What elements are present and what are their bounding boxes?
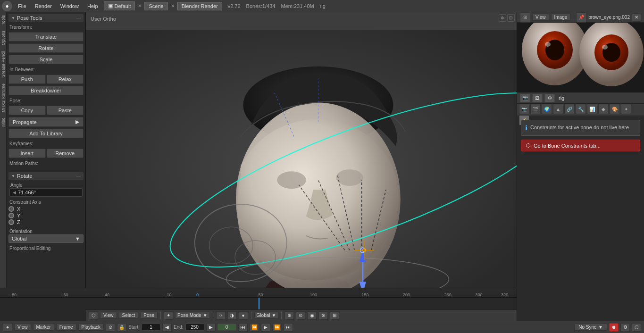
timeline-expand-btn[interactable]: ⬡ bbox=[632, 323, 641, 332]
right-panel: ⊞ View Image 📌 brown_eye.png.002 ✕ 📷 🖼 ⚙… bbox=[517, 12, 644, 321]
copy-button[interactable]: Copy bbox=[8, 106, 46, 115]
add-to-library-button[interactable]: Add To Library bbox=[8, 129, 84, 138]
translate-button[interactable]: Translate bbox=[8, 32, 84, 42]
go-to-bone-constraints-btn[interactable]: ⬡ Go to Bone Constraints tab... bbox=[521, 140, 640, 151]
prop-icon-particles[interactable]: ✦ bbox=[621, 104, 631, 114]
prop-camera-icon[interactable]: 📷 bbox=[520, 94, 530, 102]
play-btn[interactable]: ▶ bbox=[261, 323, 270, 332]
rotate-header[interactable]: ▼ Rotate — bbox=[8, 172, 84, 180]
ruler-mark-10: 300 bbox=[475, 292, 482, 297]
tab-mhx2-runtime[interactable]: MHX2 Runtime bbox=[0, 81, 6, 115]
angle-field[interactable]: ◀ 71.466° bbox=[9, 188, 83, 197]
remove-button[interactable]: Remove bbox=[47, 149, 84, 158]
image-view-btn[interactable]: View bbox=[532, 14, 549, 21]
prop-icon-material[interactable]: ◆ bbox=[598, 104, 609, 114]
prop-icon-render[interactable]: 📷 bbox=[519, 104, 529, 114]
transform-label: Transform: bbox=[8, 24, 84, 30]
prop-icon-data[interactable]: 📊 bbox=[587, 104, 597, 114]
breakdowner-button[interactable]: Breakdowner bbox=[8, 86, 84, 95]
tab-grease-pencil[interactable]: Grease Pencil bbox=[0, 48, 6, 81]
pose-mode-dropdown[interactable]: Pose Mode ▼ bbox=[175, 312, 210, 319]
paste-button[interactable]: Paste bbox=[47, 106, 84, 115]
image-pin-icon[interactable]: 📌 bbox=[576, 12, 586, 23]
prop-settings-icon[interactable]: ⚙ bbox=[544, 94, 555, 102]
scene-add[interactable]: ✕ bbox=[171, 3, 175, 8]
viewport-mode-icon[interactable]: ⬡ bbox=[89, 311, 98, 320]
prop-render-icon[interactable]: 🖼 bbox=[532, 94, 543, 102]
view-menu-button[interactable]: View bbox=[100, 312, 117, 319]
pose-tools-header[interactable]: ▼ Pose Tools — bbox=[8, 14, 84, 22]
push-button[interactable]: Push bbox=[8, 75, 46, 84]
prop-icon-scene[interactable]: 🎬 bbox=[530, 104, 541, 114]
render-engine-selector[interactable]: Blender Render bbox=[177, 2, 222, 10]
vp-separator-1 bbox=[160, 312, 161, 319]
workspace-selector[interactable]: ▣ Default bbox=[104, 1, 135, 10]
axis-x-item[interactable]: X bbox=[8, 206, 84, 212]
jump-end-btn[interactable]: ⏭ bbox=[284, 323, 293, 332]
timeline-frame-btn[interactable]: Frame bbox=[56, 324, 76, 331]
insert-button[interactable]: Insert bbox=[8, 149, 46, 158]
image-image-btn[interactable]: Image bbox=[551, 14, 571, 21]
menu-window[interactable]: Window bbox=[58, 2, 82, 10]
no-sync-dropdown[interactable]: No Sync ▼ bbox=[574, 324, 607, 331]
axis-y-item[interactable]: Y bbox=[8, 213, 84, 218]
overlay-icon[interactable]: ⊞ bbox=[330, 311, 339, 320]
timeline-marker-btn[interactable]: Marker bbox=[33, 324, 54, 331]
select-menu-button[interactable]: Select bbox=[119, 312, 139, 319]
global-dropdown[interactable]: Global ▼ bbox=[254, 312, 279, 319]
prev-frame-btn[interactable]: ◀ bbox=[162, 323, 172, 332]
image-close-btn[interactable]: ✕ bbox=[632, 13, 641, 22]
prop-icon-object[interactable]: ▲ bbox=[553, 104, 563, 114]
pose-menu-button[interactable]: Pose bbox=[140, 312, 158, 319]
rotate-button[interactable]: Rotate bbox=[8, 43, 84, 53]
timeline-view-btn[interactable]: View bbox=[14, 324, 31, 331]
timeline-playback-btn[interactable]: Playback bbox=[78, 324, 104, 331]
relax-button[interactable]: Relax bbox=[47, 75, 84, 84]
panel-options[interactable]: — bbox=[76, 16, 81, 20]
step-back-btn[interactable]: ⏪ bbox=[250, 323, 259, 332]
pivot-icon[interactable]: ⊗ bbox=[318, 311, 328, 320]
timeline-sync-icon[interactable]: ⊙ bbox=[106, 323, 115, 332]
viewport-shading-icon-2[interactable]: ◑ bbox=[227, 311, 237, 320]
axis-z-item[interactable]: Z bbox=[8, 219, 84, 225]
proportional-icon[interactable]: ◉ bbox=[307, 311, 317, 320]
rotate-options[interactable]: — bbox=[76, 174, 81, 178]
viewport-maximize-btn[interactable]: ⊕ bbox=[499, 14, 506, 22]
viewport-shading-icon-3[interactable]: ● bbox=[239, 311, 248, 320]
tab-misc[interactable]: Misc bbox=[0, 115, 6, 130]
scene-selector[interactable]: Scene bbox=[144, 2, 167, 10]
workspace-add[interactable]: ✕ bbox=[138, 3, 142, 8]
scale-button[interactable]: Scale bbox=[8, 55, 84, 64]
viewport-split-btn[interactable]: ⊟ bbox=[507, 14, 515, 22]
ruler-mark-5: 50 bbox=[259, 292, 263, 297]
go-to-label: Go to Bone Constraints tab... bbox=[534, 143, 601, 149]
step-fwd-btn[interactable]: ⏩ bbox=[272, 323, 282, 332]
manipulator-icon[interactable]: ⊕ bbox=[284, 311, 294, 320]
prop-icon-constraints[interactable]: 🔗 bbox=[564, 104, 575, 114]
bottom-blender-icon[interactable]: ● bbox=[3, 323, 12, 332]
tab-options[interactable]: Options bbox=[0, 28, 6, 48]
orientation-dropdown[interactable]: Global ▼ bbox=[8, 234, 84, 243]
timeline-lock-icon[interactable]: 🔒 bbox=[117, 323, 126, 332]
snap-icon[interactable]: ⊙ bbox=[296, 311, 305, 320]
jump-start-btn[interactable]: ⏮ bbox=[238, 323, 248, 332]
tab-tools[interactable]: Tools bbox=[0, 12, 6, 28]
image-panel-icon[interactable]: ⊞ bbox=[520, 12, 530, 23]
prop-icon-texture[interactable]: 🎨 bbox=[610, 104, 620, 114]
current-frame-input[interactable] bbox=[217, 324, 236, 331]
next-frame-btn[interactable]: ▶ bbox=[206, 323, 216, 332]
propagate-button[interactable]: Propagate ▶ bbox=[8, 117, 84, 127]
viewport-shading-icon-1[interactable]: ○ bbox=[216, 311, 226, 320]
blender-logo: ● bbox=[2, 1, 12, 11]
prop-icon-modifiers[interactable]: 🔧 bbox=[576, 104, 586, 114]
ruler-mark-4: -10 bbox=[165, 292, 171, 297]
end-frame-input[interactable] bbox=[185, 324, 204, 331]
timeline-settings-btn[interactable]: ⚙ bbox=[620, 323, 630, 332]
menu-file[interactable]: File bbox=[15, 2, 29, 10]
menu-help[interactable]: Help bbox=[84, 2, 101, 10]
record-btn[interactable]: ⏺ bbox=[609, 323, 619, 332]
viewport[interactable]: User Ortho bbox=[86, 12, 517, 321]
prop-icon-world[interactable]: 🌍 bbox=[542, 104, 552, 114]
menu-render[interactable]: Render bbox=[32, 2, 55, 10]
start-frame-input[interactable] bbox=[142, 324, 160, 331]
